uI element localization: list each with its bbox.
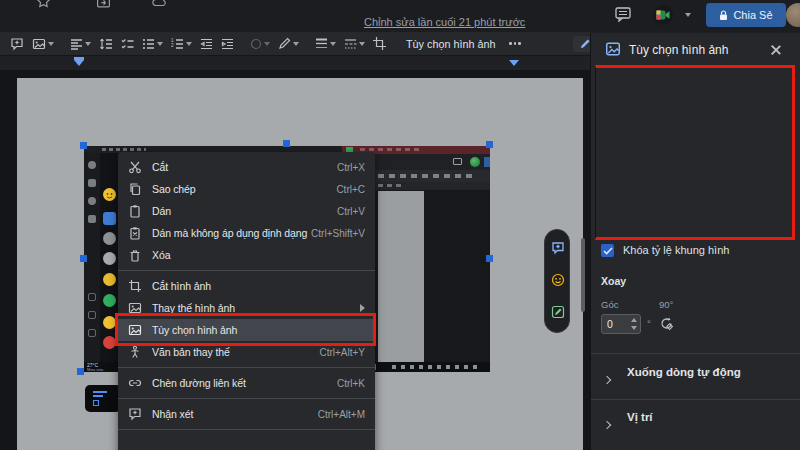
menu-item[interactable] — [8, 14, 12, 18]
emoji-reaction-icon[interactable] — [550, 272, 566, 288]
add-comment-icon[interactable] — [6, 34, 28, 54]
selection-handle-top-right[interactable] — [486, 141, 493, 148]
lock-aspect-ratio-checkbox[interactable] — [601, 244, 614, 257]
toolbar: 12 Tùy chọn hình ảnh — [0, 32, 590, 56]
wrap-section-title[interactable]: Xuống dòng tự động — [627, 366, 741, 378]
scale-height-unit: % — [745, 203, 753, 214]
canvas-scrollbar[interactable] — [581, 238, 585, 312]
embedded-avatar — [103, 336, 116, 349]
panel-separator — [591, 399, 800, 400]
crop-icon — [128, 279, 143, 294]
context-menu-item[interactable]: Cắt hình ảnh — [118, 275, 375, 297]
selection-handle-top-middle[interactable] — [283, 140, 290, 147]
menu-item[interactable] — [30, 14, 34, 18]
indent-marker[interactable] — [74, 57, 84, 66]
border-dash-icon[interactable] — [340, 34, 369, 54]
align-icon[interactable] — [66, 34, 95, 54]
scale-width-stepper[interactable] — [647, 208, 655, 222]
horizontal-ruler[interactable] — [0, 57, 590, 70]
line-spacing-icon[interactable] — [95, 34, 117, 54]
cloud-status-icon[interactable] — [152, 0, 168, 13]
position-section-title[interactable]: Vị trí — [627, 411, 653, 423]
context-menu-item[interactable]: Tùy chọn hình ảnh — [118, 319, 375, 341]
size-rotate-section-title[interactable]: Kích thước và xoay — [627, 75, 734, 87]
meet-caret-icon[interactable] — [685, 13, 691, 17]
expand-wrap-section-icon[interactable] — [604, 369, 610, 387]
height-unit: cm — [745, 148, 758, 159]
width-unit: cm — [663, 148, 676, 159]
embedded-avatar — [103, 188, 116, 201]
size-label: Kích thước — [601, 105, 658, 117]
link-icon — [128, 376, 143, 391]
google-docs-window: Chỉnh sửa lần cuối 21 phút trước Chia Sẻ… — [0, 0, 800, 450]
image-options-toolbar-button[interactable]: Tùy chọn hình ảnh — [398, 38, 503, 50]
account-avatar[interactable] — [786, 3, 800, 27]
context-menu-item[interactable]: Thay thế hình ảnh — [118, 297, 375, 319]
crop-image-icon[interactable] — [369, 34, 390, 54]
context-menu-item[interactable]: Chèn đường liên kết Ctrl+K — [118, 372, 375, 394]
context-menu-item[interactable]: Cắt Ctrl+X — [118, 156, 375, 178]
quick-actions-pill — [544, 229, 570, 333]
bulleted-list-icon[interactable] — [138, 34, 167, 54]
embedded-avatar — [103, 316, 116, 329]
comment-history-icon[interactable] — [614, 6, 632, 27]
context-menu-item[interactable]: Dán mà không áp dụng định dạng Ctrl+Shif… — [118, 222, 375, 244]
numbered-list-icon[interactable]: 12 — [167, 34, 196, 54]
replace-image-icon — [128, 301, 143, 316]
width-label: Chiều rộng — [601, 129, 647, 140]
increase-indent-icon[interactable] — [217, 34, 238, 54]
image-context-menu: Cắt Ctrl+X Sao chép Ctrl+C Dán Ctrl+V Dá… — [118, 152, 375, 450]
border-color-pen-icon[interactable] — [274, 34, 303, 54]
rotate-90-icon[interactable] — [659, 316, 674, 331]
height-stepper[interactable] — [729, 146, 737, 160]
comment-add-icon — [128, 407, 143, 422]
angle-stepper[interactable] — [631, 317, 639, 331]
degree-symbol: ° — [647, 318, 651, 329]
add-comment-quick-icon[interactable] — [550, 240, 566, 256]
embedded-avatar — [103, 294, 116, 307]
width-stepper[interactable] — [647, 146, 655, 160]
right-indent-marker[interactable] — [509, 60, 519, 66]
selection-handle-middle-left[interactable] — [80, 255, 87, 262]
suggest-edits-icon[interactable] — [550, 304, 566, 320]
svg-text:2: 2 — [171, 42, 174, 47]
more-options-icon[interactable] — [503, 42, 527, 45]
embedded-weather-desc: Mưa vừa — [87, 368, 103, 373]
context-menu-item[interactable]: Xóa — [118, 244, 375, 266]
star-icon[interactable] — [36, 0, 51, 13]
menu-item[interactable] — [74, 14, 78, 18]
clipboard-icon — [128, 204, 143, 219]
context-menu-item[interactable]: Dán Ctrl+V — [118, 200, 375, 222]
selection-handle-middle-right[interactable] — [486, 255, 493, 262]
title-bar: Chỉnh sửa lần cuối 21 phút trước Chia Sẻ — [0, 0, 800, 32]
small-logo-image[interactable] — [85, 385, 121, 412]
lock-icon — [719, 10, 728, 21]
selection-handle-bottom-left[interactable] — [77, 368, 84, 375]
expand-position-section-icon[interactable] — [604, 414, 610, 432]
context-menu-item[interactable]: Văn bản thay thế Ctrl+Alt+Y — [118, 341, 375, 363]
last-edited-link[interactable]: Chỉnh sửa lần cuối 21 phút trước — [364, 16, 525, 28]
close-panel-icon[interactable] — [769, 43, 783, 57]
insert-image-icon[interactable] — [28, 34, 58, 54]
context-menu-item[interactable]: Sao chép Ctrl+C — [118, 178, 375, 200]
context-menu-item[interactable]: Nhận xét Ctrl+Alt+M — [118, 403, 375, 425]
menu-bar — [8, 14, 78, 18]
decrease-indent-icon[interactable] — [196, 34, 217, 54]
move-folder-icon[interactable] — [96, 0, 111, 13]
scale-height-stepper[interactable] — [729, 201, 737, 215]
menu-separator — [118, 429, 375, 430]
menu-item[interactable] — [52, 14, 56, 18]
share-button[interactable]: Chia Sẻ — [706, 3, 786, 27]
collapse-section-icon[interactable] — [604, 77, 610, 95]
text-color-icon[interactable] — [246, 34, 274, 54]
scale-height-label: Phạm vi theo chiều cao — [683, 183, 795, 194]
submenu-arrow-icon — [360, 304, 365, 312]
panel-separator — [591, 353, 800, 354]
selection-handle-top-left[interactable] — [80, 142, 87, 149]
scale-width-label: Phạm vi theo chiều rộng — [601, 180, 673, 202]
border-weight-icon[interactable] — [311, 34, 340, 54]
rotate90-label: 90° — [659, 299, 673, 310]
checklist-icon[interactable] — [117, 34, 138, 54]
alt-text-icon — [128, 345, 143, 360]
meet-video-icon[interactable] — [652, 4, 678, 30]
